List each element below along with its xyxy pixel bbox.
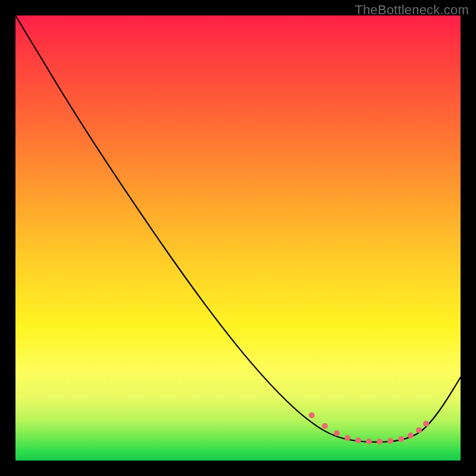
marker-dot (408, 433, 414, 439)
marker-dot (398, 436, 404, 442)
marker-dot (355, 437, 361, 443)
marker-dot (387, 438, 393, 444)
marker-dot (334, 430, 340, 436)
marker-dot (322, 423, 328, 429)
marker-dot (345, 435, 350, 441)
marker-dot (377, 439, 383, 444)
marker-dot (416, 427, 422, 433)
marker-dot (423, 421, 429, 427)
curve-path (15, 15, 461, 442)
marker-dot (309, 412, 315, 418)
plot-area (15, 15, 461, 461)
bottleneck-curve (15, 15, 461, 461)
marker-dot (366, 439, 372, 444)
watermark-text: TheBottleneck.com (355, 2, 469, 18)
chart-frame: TheBottleneck.com (0, 0, 476, 476)
